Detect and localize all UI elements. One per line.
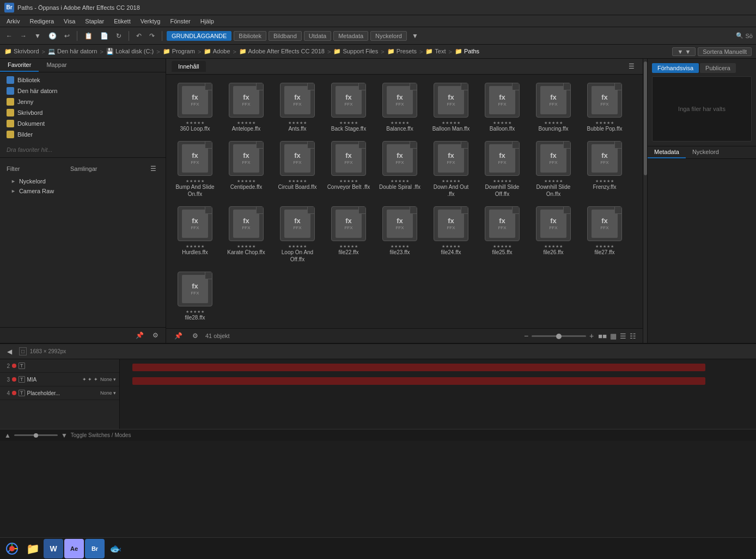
tab-nyckelord[interactable]: Nyckelord bbox=[686, 146, 725, 158]
filter-nyckelord[interactable]: ► Nyckelord bbox=[0, 176, 166, 186]
file-item[interactable]: fx FFX ★★★★★ file26.ffx bbox=[529, 202, 578, 266]
back-button[interactable]: ← bbox=[3, 30, 15, 41]
bc-ae[interactable]: 📁 Adobe After Effects CC 2018 bbox=[239, 48, 325, 55]
tab-forhandsvisa[interactable]: Förhandsvisa bbox=[652, 63, 699, 73]
bc-program[interactable]: 📁 Program bbox=[163, 48, 195, 55]
bc-lokal-disk[interactable]: 💾 Lokal disk (C:) bbox=[106, 48, 154, 55]
zoom-in-btn[interactable]: + bbox=[589, 331, 594, 340]
tab-favoriter[interactable]: Favoriter bbox=[0, 59, 39, 72]
recent-button[interactable]: 🕑 bbox=[46, 30, 59, 41]
tab-bildband[interactable]: Bildband bbox=[269, 31, 302, 41]
tab-bibliotek[interactable]: Bibliotek bbox=[234, 31, 266, 41]
settings-button[interactable]: ⚙ bbox=[150, 330, 161, 341]
file-item[interactable]: fx FFX ★★★★★ file23.ffx bbox=[375, 202, 424, 266]
file-item[interactable]: fx FFX ★★★★★ Bump And Slide On.ffx bbox=[170, 137, 220, 200]
taskbar-chrome[interactable] bbox=[2, 539, 22, 558]
file-item-down-and-out[interactable]: fx FFX ★★★★★ Down And Out .ffx bbox=[426, 137, 475, 200]
fav-datorn[interactable]: Den här datorn bbox=[0, 85, 166, 96]
bc-adobe[interactable]: 📁 Adobe bbox=[204, 48, 230, 55]
sort-manuellt-button[interactable]: Sortera Manuellt bbox=[698, 47, 752, 56]
vertical-scrollbar[interactable] bbox=[643, 59, 647, 343]
file-item[interactable]: fx FFX ★★★★★ Hurdles.ffx bbox=[170, 202, 220, 266]
content-menu-icon[interactable]: ☰ bbox=[626, 61, 637, 72]
file-item[interactable]: fx FFX ★★★★★ Balance.ffx bbox=[375, 79, 424, 135]
menu-verktyg[interactable]: Verktyg bbox=[136, 17, 165, 26]
fav-skrivbord[interactable]: Skrivbord bbox=[0, 107, 166, 118]
file-item[interactable]: fx FFX ★★★★★ Ants.ffx bbox=[273, 79, 322, 135]
file-item[interactable]: fx FFX ★★★★★ Circuit Board.ffx bbox=[273, 137, 322, 200]
pin-btn[interactable]: 📌 bbox=[172, 330, 185, 341]
grid-small-btn[interactable]: ▦ bbox=[609, 331, 618, 341]
tab-mappar[interactable]: Mappar bbox=[39, 59, 74, 72]
file-item[interactable]: fx FFX ★★★★★ Conveyor Belt .ffx bbox=[324, 137, 373, 200]
menu-staplar[interactable]: Staplar bbox=[81, 17, 108, 26]
sort-button[interactable]: ▼ ▼ bbox=[672, 47, 696, 56]
taskbar-explorer[interactable]: 📁 bbox=[23, 539, 42, 558]
tab-grundlaggande[interactable]: GRUNDLÄGGANDE bbox=[167, 31, 231, 41]
tab-nyckelord[interactable]: Nyckelord bbox=[370, 31, 407, 41]
toggle-switches-down-btn[interactable]: ▼ bbox=[61, 432, 68, 439]
detail-btn[interactable]: ☷ bbox=[629, 331, 637, 341]
taskbar-after-effects[interactable]: Ae bbox=[64, 539, 84, 558]
fav-dokument[interactable]: Dokument bbox=[0, 118, 166, 129]
menu-hjalp[interactable]: Hjälp bbox=[196, 17, 218, 26]
fav-bibliotek[interactable]: Bibliotek bbox=[0, 75, 166, 85]
zoom-out-btn[interactable]: − bbox=[524, 331, 528, 340]
file-item[interactable]: fx FFX ★★★★★ Downhill Slide Off.ffx bbox=[478, 137, 527, 200]
bc-support[interactable]: 📁 Support Files bbox=[333, 48, 378, 55]
file-item[interactable]: fx FFX ★★★★★ file27.ffx bbox=[580, 202, 629, 266]
bc-skrivbord[interactable]: 📁 Skrivbord bbox=[4, 48, 39, 55]
refresh-info-btn[interactable]: ⚙ bbox=[190, 330, 201, 341]
file-item[interactable]: fx FFX ★★★★★ Double Spiral .ffx bbox=[375, 137, 424, 200]
menu-arkiv[interactable]: Arkiv bbox=[2, 17, 24, 26]
file-item[interactable]: fx FFX ★★★★★ Bouncing.ffx bbox=[529, 79, 578, 135]
file-item[interactable]: fx FFX ★★★★★ 360 Loop.ffx bbox=[170, 79, 220, 135]
menu-redigera[interactable]: Redigera bbox=[25, 17, 58, 26]
file-item[interactable]: fx FFX ★★★★★ file28.ffx bbox=[170, 268, 220, 324]
taskbar-word[interactable]: W bbox=[44, 539, 63, 558]
forward-button[interactable]: → bbox=[17, 30, 29, 41]
file-item[interactable]: fx FFX ★★★★★ Karate Chop.ffx bbox=[222, 202, 271, 266]
arrow-button[interactable]: ↩ bbox=[62, 30, 72, 41]
tab-metadata[interactable]: Metadata bbox=[648, 146, 686, 158]
file-item[interactable]: fx FFX ★★★★★ file25.ffx bbox=[478, 202, 527, 266]
file-item[interactable]: fx FFX ★★★★★ Balloon.ffx bbox=[478, 79, 527, 135]
menu-etikett[interactable]: Etikett bbox=[109, 17, 135, 26]
ae-nav-btn[interactable]: ◀ bbox=[4, 346, 15, 357]
ae-zoom-slider[interactable] bbox=[14, 434, 58, 436]
bc-datorn[interactable]: 💻 Den här datorn bbox=[48, 48, 97, 55]
file-item[interactable]: fx FFX ★★★★★ Balloon Man.ffx bbox=[426, 79, 475, 135]
list-btn[interactable]: ☰ bbox=[619, 331, 627, 341]
grid-large-btn[interactable]: ■■ bbox=[597, 331, 608, 341]
pin-button[interactable]: 📌 bbox=[133, 330, 147, 341]
menu-visa[interactable]: Visa bbox=[59, 17, 80, 26]
file-item[interactable]: fx FFX ★★★★★ Bubble Pop.ffx bbox=[580, 79, 629, 135]
taskbar-extra[interactable]: 🐟 bbox=[106, 539, 125, 558]
file-item[interactable]: fx FFX ★★★★★ Centipede.ffx bbox=[222, 137, 271, 200]
redo-button[interactable]: ↷ bbox=[147, 30, 157, 41]
filter-camera-raw[interactable]: ► Camera Raw bbox=[0, 186, 166, 196]
bc-text[interactable]: 📁 Text bbox=[425, 48, 446, 55]
dropdown-button[interactable]: ▼ bbox=[32, 30, 44, 41]
zoom-slider[interactable] bbox=[532, 335, 586, 337]
toggle-switches-up-btn[interactable]: ▲ bbox=[4, 432, 11, 439]
undo-button[interactable]: ↶ bbox=[133, 30, 144, 41]
fav-jenny[interactable]: Jenny bbox=[0, 96, 166, 107]
menu-fonster[interactable]: Fönster bbox=[166, 17, 194, 26]
file-item[interactable]: fx FFX ★★★★★ file24.ffx bbox=[426, 202, 475, 266]
tab-utdata[interactable]: Utdata bbox=[304, 31, 331, 41]
file-item[interactable]: fx FFX ★★★★★ Downhill Slide On.ffx bbox=[529, 137, 578, 200]
taskbar-bridge[interactable]: Br bbox=[85, 539, 105, 558]
refresh-button[interactable]: ↻ bbox=[113, 30, 124, 41]
tab-metadata[interactable]: Metadata bbox=[333, 31, 368, 41]
filter-menu-icon[interactable]: ☰ bbox=[148, 163, 159, 174]
tab-publicera[interactable]: Publicera bbox=[700, 63, 736, 73]
more-tabs-button[interactable]: ▼ bbox=[409, 30, 421, 41]
file-item[interactable]: fx FFX ★★★★★ Loop On And Off.ffx bbox=[273, 202, 322, 266]
file-item[interactable]: fx FFX ★★★★★ Antelope.ffx bbox=[222, 79, 271, 135]
fav-bilder[interactable]: Bilder bbox=[0, 129, 166, 140]
file-item[interactable]: fx FFX ★★★★★ Frenzy.ffx bbox=[580, 137, 629, 200]
file-item[interactable]: fx FFX ★★★★★ file22.ffx bbox=[324, 202, 373, 266]
copy-button[interactable]: 📋 bbox=[82, 30, 95, 41]
bc-presets[interactable]: 📁 Presets bbox=[387, 48, 417, 55]
